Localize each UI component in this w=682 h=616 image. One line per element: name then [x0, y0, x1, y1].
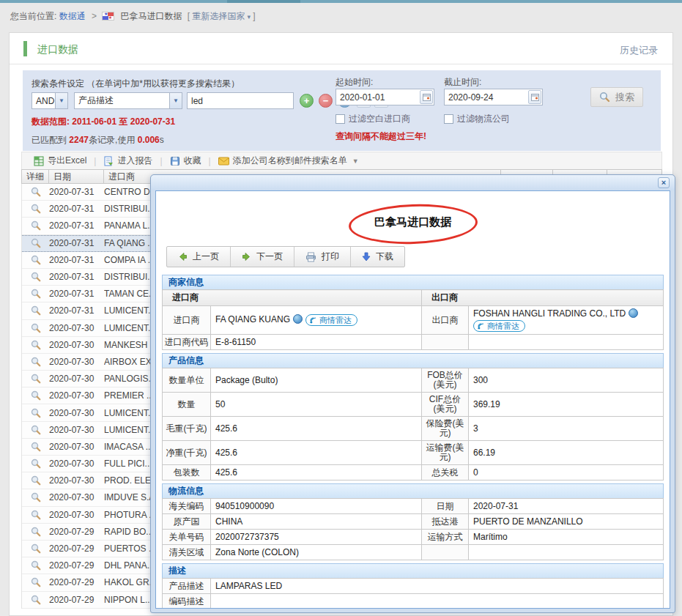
row-detail-cell[interactable] — [22, 527, 49, 537]
excel-icon — [34, 156, 44, 166]
modal-titlebar[interactable] — [151, 175, 675, 190]
product-label: 毛重(千克) — [163, 417, 211, 441]
search-field-select[interactable]: 产品描述 ▼ — [74, 92, 182, 109]
enter-report-button[interactable]: 进入报告 — [97, 155, 158, 167]
row-detail-cell[interactable] — [22, 272, 49, 282]
export-excel-button[interactable]: 导出Excel — [28, 155, 92, 167]
row-detail-cell[interactable] — [22, 543, 49, 554]
section-logistics-title: 物流信息 — [162, 483, 664, 498]
page-title: 进口数据 — [37, 43, 78, 56]
row-detail-cell[interactable] — [22, 305, 49, 316]
row-detail-cell[interactable] — [22, 442, 49, 452]
section-merchant: 商家信息 进口商 出口商 进口商 FA QIANG KUANG商情雷达 出口商 … — [162, 275, 664, 350]
row-date: 2020-07-30 — [49, 492, 104, 502]
row-detail-cell[interactable] — [22, 357, 49, 367]
description-label: 编码描述 — [163, 594, 211, 609]
magnifier-icon — [31, 220, 41, 231]
importer-code-value: E-8-61150 — [211, 335, 422, 350]
next-page-button[interactable]: 下一页 — [231, 247, 294, 267]
row-detail-cell[interactable] — [22, 323, 49, 333]
importer-group-header: 进口商 — [163, 290, 422, 306]
radar-badge-label: 商情雷达 — [487, 321, 519, 331]
start-date-label: 起始时间: — [336, 76, 373, 89]
row-date: 2020-07-29 — [49, 595, 104, 605]
keyword-input[interactable] — [187, 92, 294, 109]
calendar-icon[interactable] — [420, 90, 433, 104]
section-merchant-title: 商家信息 — [162, 275, 664, 289]
row-detail-cell[interactable] — [22, 220, 49, 231]
search-button[interactable]: 搜索 — [590, 87, 643, 107]
bracket-right: ] — [253, 11, 255, 21]
breadcrumb-home-link[interactable]: 数据通 — [59, 11, 86, 21]
logistics-value — [469, 545, 664, 560]
panama-flag-icon: ★★ — [102, 12, 114, 21]
magnifier-icon — [31, 492, 41, 502]
product-label: FOB总价(美元) — [422, 368, 469, 393]
row-detail-cell[interactable] — [22, 374, 49, 384]
matched-time: 0.006 — [138, 135, 160, 145]
prev-page-button[interactable]: 上一页 — [167, 247, 231, 267]
radar-badge[interactable]: 商情雷达 — [305, 314, 357, 326]
add-mail-list-label: 添加公司名称到邮件搜索名单 — [233, 155, 347, 167]
row-detail-cell[interactable] — [22, 560, 49, 571]
end-date-input[interactable]: 2020-09-24 — [444, 89, 543, 105]
title-accent-bar — [23, 41, 27, 56]
row-detail-cell[interactable] — [22, 340, 49, 350]
row-date: 2020-07-30 — [49, 357, 104, 367]
magnifier-icon — [31, 577, 41, 587]
row-detail-cell[interactable] — [22, 459, 49, 469]
download-button[interactable]: 下载 — [351, 247, 404, 267]
row-detail-cell[interactable] — [22, 577, 49, 587]
matched-count: 2247 — [69, 135, 89, 145]
section-product-title: 产品信息 — [162, 353, 664, 368]
row-detail-cell[interactable] — [22, 204, 49, 214]
logistics-value: 2020072737375 — [211, 530, 422, 545]
filter-blank-importer-label: 过滤空白进口商 — [349, 113, 410, 125]
magnifier-icon — [31, 510, 41, 520]
favorite-label: 收藏 — [184, 155, 201, 167]
row-detail-cell[interactable] — [22, 425, 49, 435]
checkbox-unchecked[interactable] — [336, 114, 345, 124]
history-link[interactable]: 历史记录 — [620, 44, 658, 57]
product-label: 保险费(美元) — [422, 417, 469, 441]
row-detail-cell[interactable] — [22, 390, 49, 401]
end-date-label: 截止时间: — [444, 76, 481, 89]
range-warning-text: 查询间隔不能超过三年! — [336, 130, 426, 143]
row-detail-cell[interactable] — [22, 475, 49, 486]
remove-condition-button[interactable]: − — [319, 94, 333, 108]
magnifier-icon — [31, 357, 41, 367]
row-date: 2020-07-30 — [49, 374, 104, 384]
search-conditions-label: 搜索条件设定 （在单词中加*用以获得更多搜索结果） — [31, 78, 240, 90]
product-value: 66.19 — [469, 441, 664, 465]
printer-icon — [305, 252, 316, 262]
globe-icon[interactable] — [293, 314, 303, 324]
modal-title-wrap: 巴拿马进口数据 — [156, 215, 670, 234]
row-detail-cell[interactable] — [22, 238, 49, 248]
radar-badge[interactable]: 商情雷达 — [473, 320, 525, 332]
calendar-icon[interactable] — [528, 90, 541, 104]
favorite-button[interactable]: 收藏 — [164, 155, 207, 167]
close-icon[interactable]: × — [658, 177, 670, 188]
row-detail-cell[interactable] — [22, 289, 49, 299]
product-value: 3 — [469, 417, 664, 441]
row-detail-cell[interactable] — [22, 187, 49, 197]
reselect-country-link[interactable]: 重新选择国家 — [192, 11, 245, 21]
row-date: 2020-07-30 — [49, 442, 104, 452]
logistics-label: 海关编码 — [163, 499, 211, 514]
bool-operator-select[interactable]: AND ▼ — [31, 92, 68, 109]
globe-icon[interactable] — [629, 308, 638, 318]
row-detail-cell[interactable] — [22, 492, 49, 502]
row-detail-cell[interactable] — [22, 255, 49, 265]
end-date-value: 2020-09-24 — [445, 92, 528, 103]
row-detail-cell[interactable] — [22, 510, 49, 520]
start-date-input[interactable]: 2020-01-01 — [336, 89, 434, 105]
row-detail-cell[interactable] — [22, 408, 49, 418]
add-condition-button[interactable]: + — [300, 94, 314, 108]
checkbox-unchecked[interactable] — [444, 114, 453, 124]
logistics-value: 2020-07-31 — [469, 499, 664, 514]
print-button[interactable]: 打印 — [294, 247, 351, 267]
row-detail-cell[interactable] — [22, 595, 49, 605]
search-icon — [599, 92, 610, 103]
magnifier-icon — [31, 323, 41, 333]
add-mail-list-button[interactable]: 添加公司名称到邮件搜索名单 ▼ — [212, 155, 365, 167]
